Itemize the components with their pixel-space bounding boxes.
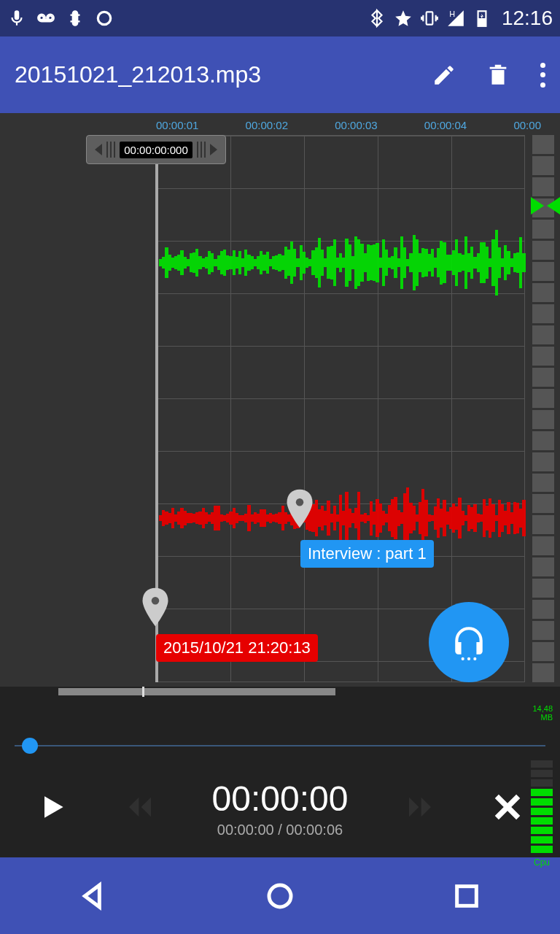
marker-interview[interactable]: Interview : part 1: [284, 489, 315, 528]
pin-icon: [284, 489, 315, 528]
android-debug-icon: [66, 9, 85, 28]
player-panel: 00:00:00 00:00:00 / 00:00:06 14,48 MB Cp…: [0, 697, 560, 857]
waveform-editor[interactable]: 00:00:01 00:00:02 00:00:03 00:00:04 00:0…: [0, 113, 560, 697]
current-time: 00:00:00: [212, 779, 349, 819]
svg-rect-1: [427, 12, 433, 24]
svg-point-8: [467, 657, 470, 660]
time-range: 00:00:00 / 00:00:06: [212, 822, 349, 838]
android-nav-bar: [0, 857, 560, 934]
svg-point-0: [98, 12, 110, 24]
headphones-fab[interactable]: [429, 602, 509, 682]
pin-icon: [140, 587, 171, 627]
delete-icon[interactable]: [486, 63, 510, 88]
rewind-button[interactable]: [125, 792, 155, 825]
playhead-time: 00:00:00:000: [120, 142, 192, 158]
headphones-icon: [451, 624, 487, 660]
marker-label: 2015/10/21 21:20:13: [156, 634, 318, 662]
star-icon: [394, 9, 413, 28]
recent-apps-button[interactable]: [452, 881, 481, 911]
android-status-bar: H 12:16: [0, 0, 560, 36]
forward-button[interactable]: [405, 792, 435, 825]
svg-point-10: [269, 885, 291, 907]
svg-rect-11: [457, 886, 477, 906]
overflow-menu-icon[interactable]: [540, 63, 545, 88]
range-marker-icon[interactable]: [531, 197, 560, 215]
play-button[interactable]: [36, 791, 69, 826]
status-time: 12:16: [502, 7, 553, 30]
vibrate-icon: [420, 9, 439, 28]
svg-text:H: H: [449, 9, 455, 18]
svg-point-5: [296, 498, 304, 506]
time-ruler: 00:00:01 00:00:02 00:00:03 00:00:04 00:0…: [156, 119, 531, 134]
horizontal-scrollbar[interactable]: [0, 687, 560, 697]
app-bar: 20151021_212013.mp3: [0, 36, 560, 113]
marker-label: Interview : part 1: [300, 540, 434, 568]
svg-rect-4: [478, 18, 486, 26]
close-button[interactable]: [491, 791, 524, 826]
side-level-meter: document.write(Array.from({length:26},()…: [532, 135, 554, 682]
waveform-channel-left: document.write(Array.from({length:120},(…: [159, 219, 525, 306]
signal-icon: H: [446, 9, 465, 28]
file-title: 20151021_212013.mp3: [15, 61, 432, 88]
edit-icon[interactable]: [432, 63, 456, 88]
marker-timestamp[interactable]: 2015/10/21 21:20:13: [140, 587, 171, 627]
back-button[interactable]: [79, 881, 108, 911]
svg-point-6: [152, 597, 160, 605]
mic-icon: [7, 9, 26, 28]
playhead-handle[interactable]: 00:00:00:000: [86, 135, 226, 164]
seek-handle[interactable]: [22, 738, 38, 754]
waveform-grid: [156, 135, 525, 682]
storage-meter: 14,48 MB Cpu: [531, 704, 553, 850]
battery-icon: [472, 9, 491, 28]
scrollbar-thumb[interactable]: [58, 688, 335, 695]
seek-slider[interactable]: [15, 735, 545, 757]
voicemail-icon: [36, 9, 55, 28]
circle-icon: [95, 9, 114, 28]
home-button[interactable]: [265, 881, 295, 911]
svg-point-9: [473, 657, 476, 660]
bluetooth-icon: [368, 9, 386, 28]
svg-point-7: [462, 657, 464, 660]
